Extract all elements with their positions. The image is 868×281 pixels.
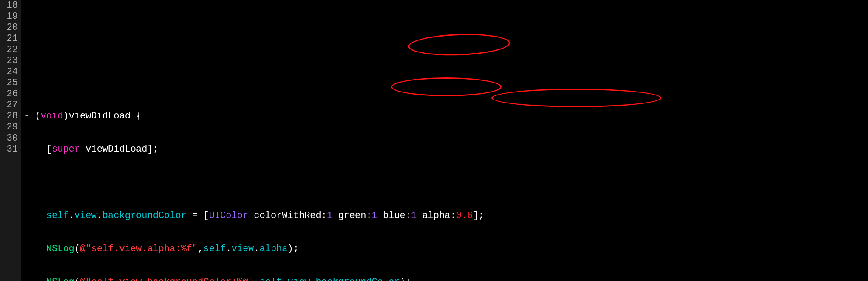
code-area[interactable]: - (void)viewDidLoad { [super viewDidLoad… bbox=[21, 0, 868, 281]
line-number: 19 bbox=[0, 11, 18, 22]
annotation-ellipse bbox=[408, 32, 511, 57]
line-number: 25 bbox=[0, 77, 18, 89]
code-line: self.view.backgroundColor = [UIColor col… bbox=[24, 210, 868, 221]
code-line: [super viewDidLoad]; bbox=[24, 144, 868, 155]
line-number: 24 bbox=[0, 66, 18, 77]
line-number: 26 bbox=[0, 89, 18, 100]
line-number: 22 bbox=[0, 44, 18, 55]
line-number: 18 bbox=[0, 0, 18, 11]
code-line bbox=[24, 177, 868, 188]
code-line: - (void)viewDidLoad { bbox=[24, 111, 868, 122]
line-number-gutter: 18 19 20 21 22 23 24 25 26 27 28 29 30 3… bbox=[0, 0, 21, 281]
code-editor[interactable]: 18 19 20 21 22 23 24 25 26 27 28 29 30 3… bbox=[0, 0, 868, 281]
line-number: 23 bbox=[0, 55, 18, 66]
annotation-ellipse bbox=[491, 89, 661, 107]
line-number: 21 bbox=[0, 33, 18, 44]
line-number: 31 bbox=[0, 144, 18, 155]
line-number: 30 bbox=[0, 133, 18, 144]
code-line: NSLog(@"self.view.alpha:%f",self.view.al… bbox=[24, 244, 868, 255]
line-number: 20 bbox=[0, 22, 18, 33]
code-line bbox=[24, 77, 868, 89]
code-line: NSLog(@"self.view.backgroundColor:%@",se… bbox=[24, 277, 868, 281]
line-number: 27 bbox=[0, 100, 18, 111]
line-number: 29 bbox=[0, 122, 18, 133]
line-number: 28 bbox=[0, 111, 18, 122]
